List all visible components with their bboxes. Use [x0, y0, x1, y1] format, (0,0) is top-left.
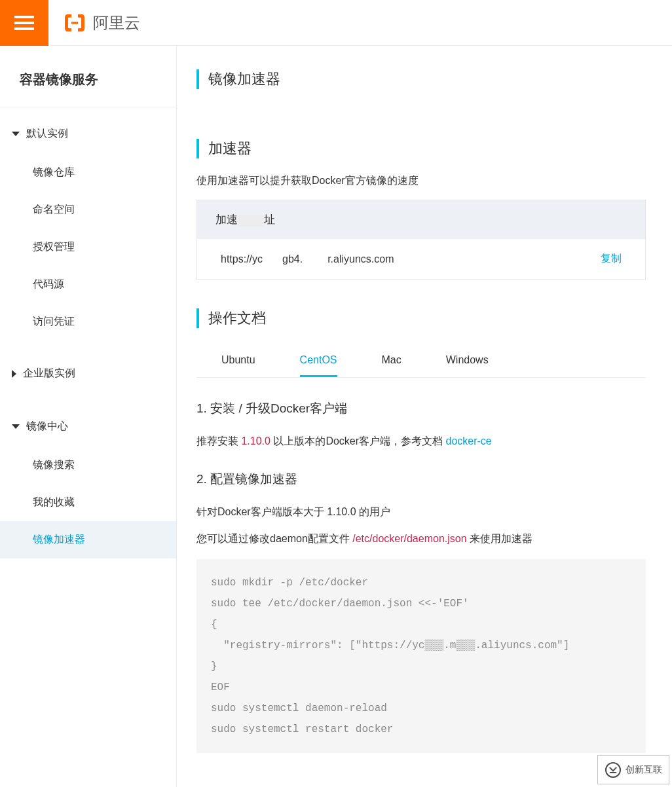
doc-section-2-title: 2. 配置镜像加速器: [196, 471, 646, 488]
doc-section-1-title: 1. 安装 / 升级Docker客户端: [196, 400, 646, 417]
sidebar-item-image-search[interactable]: 镜像搜索: [0, 447, 176, 484]
redacted-block: [238, 215, 264, 227]
sidebar-item-access-credential[interactable]: 访问凭证: [0, 303, 176, 340]
sidebar-group-enterprise-instance[interactable]: 企业版实例: [0, 354, 176, 394]
code-block[interactable]: sudo mkdir -p /etc/docker sudo tee /etc/…: [196, 559, 646, 753]
docker-ce-link[interactable]: docker-ce: [446, 435, 492, 447]
svg-rect-0: [71, 22, 78, 24]
sidebar-group-label: 企业版实例: [23, 367, 75, 380]
doc-section-1-text: 推荐安装 1.10.0 以上版本的Docker客户端，参考文档 docker-c…: [196, 431, 646, 451]
sidebar-item-my-favorites[interactable]: 我的收藏: [0, 484, 176, 521]
sidebar-title: 容器镜像服务: [0, 71, 176, 107]
sidebar-item-authorization[interactable]: 授权管理: [0, 229, 176, 266]
brand-name: 阿里云: [93, 12, 140, 33]
chevron-down-icon: [12, 132, 20, 136]
accelerator-heading: 加速器: [196, 139, 646, 158]
doc-section-2-line1: 针对Docker客户端版本大于 1.10.0 的用户: [196, 502, 646, 522]
hamburger-menu[interactable]: [0, 0, 48, 46]
copy-button[interactable]: 复制: [601, 252, 622, 266]
main-content: 镜像加速器 加速器 使用加速器可以提升获取Docker官方镜像的速度 加速址 h…: [177, 46, 672, 787]
brand-logo-icon: [62, 10, 88, 36]
watermark-badge: 创新互联: [597, 755, 669, 784]
accelerator-description: 使用加速器可以提升获取Docker官方镜像的速度: [196, 174, 646, 188]
sidebar-item-mirror-accelerator[interactable]: 镜像加速器: [0, 521, 176, 558]
sidebar-group-image-center[interactable]: 镜像中心: [0, 407, 176, 447]
sidebar-group-label: 默认实例: [26, 127, 68, 141]
tab-centos[interactable]: CentOS: [300, 354, 337, 377]
watermark-icon: [605, 761, 622, 778]
chevron-right-icon: [12, 370, 16, 378]
sidebar-item-image-repository[interactable]: 镜像仓库: [0, 154, 176, 191]
daemon-json-path: /etc/docker/daemon.json: [352, 533, 466, 544]
sidebar-group-default-instance[interactable]: 默认实例: [0, 114, 176, 154]
docs-heading: 操作文档: [196, 308, 646, 328]
version-text: 1.10.0: [241, 435, 270, 447]
doc-section-2-line2: 您可以通过修改daemon配置文件 /etc/docker/daemon.jso…: [196, 529, 646, 549]
brand-logo[interactable]: 阿里云: [62, 10, 140, 36]
tab-ubuntu[interactable]: Ubuntu: [221, 354, 255, 377]
page-title: 镜像加速器: [196, 69, 646, 89]
accelerator-url: https://ycgb4.r.aliyuncs.com: [221, 253, 394, 265]
sidebar-item-code-source[interactable]: 代码源: [0, 266, 176, 303]
tab-mac[interactable]: Mac: [382, 354, 401, 377]
accelerator-address-box: 加速址 https://ycgb4.r.aliyuncs.com 复制: [196, 200, 646, 280]
tab-windows[interactable]: Windows: [446, 354, 489, 377]
os-tabs: Ubuntu CentOS Mac Windows: [196, 344, 646, 378]
sidebar-group-label: 镜像中心: [26, 420, 68, 433]
accelerator-address-label: 加速址: [197, 200, 645, 239]
sidebar-item-namespace[interactable]: 命名空间: [0, 191, 176, 229]
sidebar: 容器镜像服务 默认实例 镜像仓库 命名空间 授权管理 代码源 访问凭证 企业版实…: [0, 46, 177, 787]
watermark-text: 创新互联: [625, 764, 662, 776]
hamburger-icon: [14, 12, 34, 33]
chevron-down-icon: [12, 424, 20, 429]
